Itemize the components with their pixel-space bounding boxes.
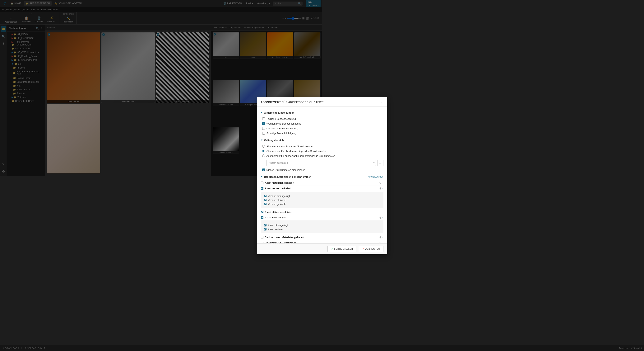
section-allgemein-body: Tägliche Benachrichtigung Wöchentliche B… — [261, 117, 322, 136]
checkbox-taeglich[interactable] — [262, 117, 265, 120]
check-row-woechentlich: Wöchentliche Benachrichtigung — [262, 121, 322, 126]
modal-body: ▼ Allgemeine Einstellungen Tägliche Bena… — [257, 107, 322, 176]
modal-header: ABONNEMENT FÜR ARBEITSBEREICH "TEST" × — [257, 97, 322, 107]
label-alle-darunter[interactable]: Abonnement für alle darunterliegenden St… — [266, 150, 322, 153]
radio-nur-diesen[interactable] — [262, 145, 265, 148]
label-nur-diesen[interactable]: Abonnement nur für diesen Strukturknoten — [266, 145, 314, 148]
chevron-down-icon: ▼ — [261, 111, 263, 114]
ereignisse-header: ▼ Bei diesen Ereignissen benachrichtigen… — [261, 175, 322, 176]
node-select-row: Knoten auswählen ☰ — [266, 160, 322, 166]
checkbox-monatlich[interactable] — [262, 127, 265, 130]
section-ereignisse: ▼ Bei diesen Ereignissen benachrichtigen… — [261, 175, 322, 176]
check-row-monatlich: Monatliche Benachrichtigung — [262, 126, 322, 131]
label-sofortig[interactable]: Sofortige Benachrichtigung — [266, 132, 296, 135]
check-row-einbeziehen: Diesen Strukturknoten einbeziehen — [262, 168, 322, 172]
modal-backdrop[interactable]: ABONNEMENT FÜR ARBEITSBEREICH "TEST" × ▼… — [0, 0, 322, 176]
label-woechentlich[interactable]: Wöchentliche Benachrichtigung — [266, 122, 302, 125]
section-geltung-header[interactable]: ▼ Geltungsbereich — [261, 139, 322, 142]
check-row-alle-darunter: Abonnement für alle darunterliegenden St… — [262, 149, 322, 154]
node-select[interactable]: Knoten auswählen — [266, 160, 322, 166]
radio-ausgewaehlte[interactable] — [262, 155, 265, 157]
check-row-ausgewaehlte: Abonnement für ausgewählte darunterliege… — [262, 154, 322, 158]
checkbox-sofortig[interactable] — [262, 132, 265, 135]
section-allgemein-header[interactable]: ▼ Allgemeine Einstellungen — [261, 111, 322, 114]
radio-alle-darunter[interactable] — [262, 150, 265, 152]
section-allgemein-title: Allgemeine Einstellungen — [264, 111, 294, 114]
chevron-down-icon: ▼ — [261, 139, 263, 141]
chevron-down-icon: ▼ — [261, 175, 263, 176]
check-row-sofortig: Sofortige Benachrichtigung — [262, 131, 322, 136]
subscription-modal: ABONNEMENT FÜR ARBEITSBEREICH "TEST" × ▼… — [257, 97, 322, 176]
checkbox-einbeziehen[interactable] — [262, 169, 265, 171]
label-monatlich[interactable]: Monatliche Benachrichtigung — [266, 127, 298, 130]
section-geltung-title: Geltungsbereich — [264, 139, 284, 142]
section-geltung-body: Abonnement nur für diesen Strukturknoten… — [261, 144, 322, 172]
check-row-nur-diesen: Abonnement nur für diesen Strukturknoten — [262, 144, 322, 149]
label-ausgewaehlte[interactable]: Abonnement für ausgewählte darunterliege… — [266, 155, 322, 157]
modal-title: ABONNEMENT FÜR ARBEITSBEREICH "TEST" — [261, 101, 322, 104]
check-row-taeglich: Tägliche Benachrichtigung — [262, 117, 322, 121]
section-ereignisse-title: Bei diesen Ereignissen benachrichtigen — [264, 175, 311, 176]
checkbox-woechentlich[interactable] — [262, 122, 265, 125]
label-taeglich[interactable]: Tägliche Benachrichtigung — [266, 117, 296, 120]
label-einbeziehen[interactable]: Diesen Strukturknoten einbeziehen — [266, 169, 305, 171]
